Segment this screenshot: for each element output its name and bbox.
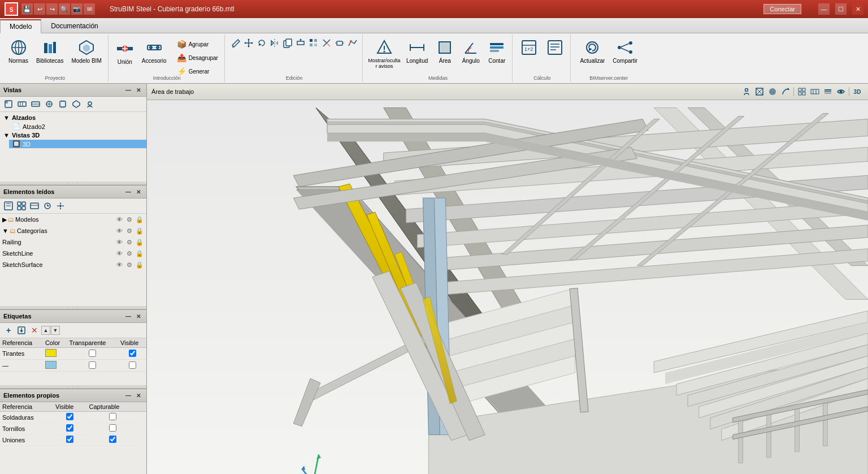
save-btn[interactable]: 💾 [21,3,33,15]
views-panel-header[interactable]: Vistas — ✕ [0,84,146,97]
tab-documentacion[interactable]: Documentación [41,19,107,33]
calc-btn-1[interactable]: 1+2 [517,37,541,58]
edit-btn-7[interactable] [307,37,320,49]
etiquetas-close-btn[interactable]: ✕ [134,312,143,321]
elements-panel-header[interactable]: Elementos leídos — ✕ [0,186,146,199]
union-button[interactable]: Unión [113,37,137,67]
vp-btn-grid[interactable] [796,85,808,98]
alzados-section[interactable]: ▼ Alzados [0,113,146,122]
etiq-row2-color[interactable] [43,360,67,372]
soldaduras-visible[interactable] [53,412,86,423]
tornillos-capturable-checkbox[interactable] [109,424,116,432]
row2-visible-checkbox[interactable] [129,361,136,369]
etiq-tirantes-color[interactable] [43,348,67,360]
conectar-button[interactable]: Conectar [763,4,801,14]
view-icon-1[interactable] [2,98,15,110]
sketchline-gear-icon[interactable]: ⚙ [125,249,134,258]
edit-btn-6[interactable] [294,37,307,49]
tornillos-visible-checkbox[interactable] [66,424,73,432]
3d-item[interactable]: 🔲 3D [9,140,146,148]
modelos-row[interactable]: ▶ 🗂 Modelos 👁 ⚙ 🔒 [0,214,146,225]
categorias-eye-icon[interactable]: 👁 [115,226,124,235]
categorias-lock-icon[interactable]: 🔒 [135,226,144,235]
sketchsurface-row[interactable]: SketchSurface 👁 ⚙ 🔒 [0,259,146,270]
soldaduras-capturable[interactable] [87,412,138,423]
propios-minimize-btn[interactable]: — [124,391,133,400]
elem-toolbar-5[interactable] [54,200,67,212]
edit-btn-10[interactable] [346,37,359,49]
soldaduras-visible-checkbox[interactable] [66,413,73,420]
modelo-bim-button[interactable]: Modelo BIM [68,37,104,66]
viewport-3d[interactable] [147,100,868,474]
sketchsurface-lock-icon[interactable]: 🔒 [135,260,144,269]
area-button[interactable]: Área [433,37,457,66]
normas-button[interactable]: Normas [6,37,31,66]
row2-trans-checkbox[interactable] [89,361,96,369]
undo-btn[interactable]: ↩ [34,3,45,15]
minimize-button[interactable]: — [818,3,830,15]
modelos-lock-icon[interactable]: 🔒 [135,215,144,224]
propios-panel-header[interactable]: Elementos propios — ✕ [0,389,146,402]
etiq-down-btn[interactable]: ▼ [51,326,60,335]
restore-button[interactable]: ☐ [835,3,847,15]
modelos-gear-icon[interactable]: ⚙ [125,215,134,224]
etiq-row-tirantes[interactable]: Tirantes [0,348,146,360]
elem-toolbar-2[interactable] [15,200,28,212]
view-icon-3[interactable] [29,98,42,110]
tirantes-visible-checkbox[interactable] [129,350,136,357]
actualizar-button[interactable]: Actualizar [577,37,607,66]
railing-lock-icon[interactable]: 🔒 [135,238,144,247]
contar-button[interactable]: Contar [485,37,509,66]
angulo-button[interactable]: Ángulo [459,37,483,66]
view-icon-6[interactable] [70,98,83,110]
elem-toolbar-3[interactable] [28,200,41,212]
propios-row-tornillos[interactable]: Tornillos [0,423,146,434]
edit-btn-4[interactable] [268,37,281,49]
etiq-row2-trans[interactable] [67,360,118,372]
etiq-tirantes-visible[interactable] [118,348,146,360]
vistas3d-section[interactable]: ▼ Vistas 3D [0,131,146,140]
etiq-import-btn[interactable] [15,324,28,337]
camera-btn[interactable]: 📷 [71,3,83,15]
vp-btn-orbit[interactable] [779,85,792,98]
uniones-visible[interactable] [53,434,86,446]
uniones-capturable-checkbox[interactable] [109,436,116,443]
view-icon-2[interactable] [16,98,28,110]
etiq-up-btn[interactable]: ▲ [41,326,50,335]
tornillos-visible[interactable] [53,423,86,434]
tab-modelo[interactable]: Modelo [0,19,41,33]
propios-row-soldaduras[interactable]: Soldaduras [0,412,146,423]
elements-resize-handle[interactable]: · · · [0,306,146,309]
views-resize-handle[interactable]: · · · [0,182,146,185]
railing-row[interactable]: Railing 👁 ⚙ 🔒 [0,236,146,248]
mostrar-avisos-button[interactable]: Mostrar/ocultar avisos [367,37,401,71]
vp-btn-person[interactable] [740,85,753,98]
views-close-btn[interactable]: ✕ [134,85,143,94]
vp-btn-layers[interactable] [822,85,834,98]
propios-close-btn[interactable]: ✕ [134,391,143,400]
etiq-delete-btn[interactable]: ✕ [28,324,41,337]
sketchline-row[interactable]: SketchLine 👁 ⚙ 🔒 [0,248,146,259]
railing-gear-icon[interactable]: ⚙ [125,238,134,247]
sketchsurface-eye-icon[interactable]: 👁 [115,260,124,269]
bibliotecas-button[interactable]: Bibliotecas [33,37,66,66]
vp-btn-solid[interactable] [766,85,779,98]
vp-btn-grid2[interactable] [809,85,821,98]
accesorio-button[interactable]: Accesorio [139,37,170,66]
elem-toolbar-1[interactable] [2,200,15,212]
modelos-eye-icon[interactable]: 👁 [115,215,124,224]
share-btn[interactable]: ✉ [84,3,95,15]
alzado2-item[interactable]: 📄 Alzado2 [9,122,146,131]
edit-btn-1[interactable] [229,37,242,49]
view-icon-7[interactable] [84,98,96,110]
etiq-row2-visible[interactable] [118,360,146,372]
categorias-row[interactable]: ▼ 🗂 Categorías 👁 ⚙ 🔒 [0,225,146,236]
uniones-visible-checkbox[interactable] [66,436,73,443]
edit-btn-9[interactable] [333,37,346,49]
sketchline-lock-icon[interactable]: 🔒 [135,249,144,258]
sketchsurface-gear-icon[interactable]: ⚙ [125,260,134,269]
view-icon-4[interactable] [43,98,55,110]
etiquetas-minimize-btn[interactable]: — [124,312,133,321]
categorias-gear-icon[interactable]: ⚙ [125,226,134,235]
etiquetas-panel-header[interactable]: Etiquetas — ✕ [0,310,146,323]
